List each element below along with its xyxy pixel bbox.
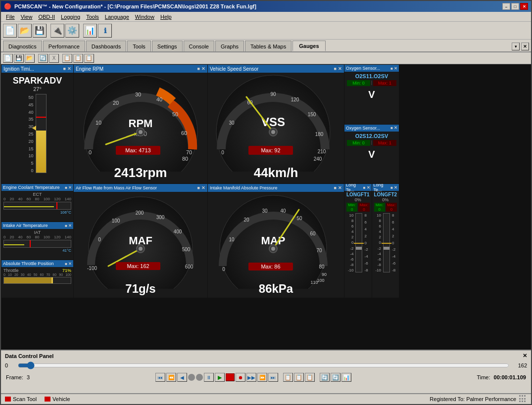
svg-text:400: 400 [174,229,182,234]
longft1-min-btn[interactable]: ■ [363,185,366,190]
btn-prev[interactable]: ◀ [177,373,187,382]
ect-max-marker [56,202,57,209]
tb2-btn4[interactable]: 🔄 [38,54,48,63]
graph-btn[interactable]: 📊 [83,24,97,38]
tb2-btn8[interactable]: 📋 [84,54,94,63]
maf-close-btn[interactable]: ✕ [201,185,205,190]
iat-min-btn[interactable]: ■ [65,224,67,228]
close-btn[interactable]: ✕ [520,3,528,10]
tab-console[interactable]: Console [184,41,214,51]
svg-text:180: 180 [315,132,324,137]
menu-window[interactable]: Window [132,13,157,21]
btn-pause[interactable]: ⏸ [204,373,214,382]
new-btn[interactable]: 📄 [3,24,17,38]
tab-dropdown-btn[interactable]: ▾ [512,43,520,50]
map-value: 86kPa [208,282,344,296]
btn-dot2[interactable] [196,374,203,381]
btn-next-frame[interactable]: ⏩ [257,373,267,382]
longft1-close-btn[interactable]: ✕ [367,185,370,190]
btn-clip2[interactable]: 📋 [294,373,304,382]
tab-diagnostics[interactable]: Diagnostics [3,41,42,51]
tab-settings[interactable]: Settings [152,41,183,51]
settings-btn[interactable]: ⚙️ [65,24,79,38]
menu-file[interactable]: File [3,13,18,21]
tab-dashboards[interactable]: Dashboards [86,41,126,51]
btn-skip-start[interactable]: ⏮ [155,373,165,382]
dcp-slider[interactable] [18,361,509,370]
btn-stop[interactable] [226,373,235,381]
longft2-min-btn[interactable]: ■ [390,185,393,190]
map-close-btn[interactable]: ✕ [338,185,342,190]
btn-clip3[interactable]: 📋 [305,373,315,382]
minimize-btn[interactable]: – [502,3,510,10]
tab-gauges[interactable]: Gauges [292,41,325,51]
oxy2-min-btn[interactable]: ■ [390,126,393,130]
info-btn[interactable]: ℹ [98,24,112,38]
btn-extra1[interactable]: 🔄 [320,373,330,382]
spark-max-marker [36,117,46,118]
longft2-close-btn[interactable]: ✕ [394,185,397,190]
dcp-close-x[interactable]: ✕ [523,353,527,359]
btn-dot1[interactable] [188,374,195,381]
tb2-btn6[interactable]: 📋 [62,54,72,63]
spark-min-btn[interactable]: ■ [63,66,66,71]
menu-tools[interactable]: Tools [83,13,102,21]
oxy2-close-btn[interactable]: ✕ [394,126,397,130]
menubar: File View OBD-II Logging Tools Language … [1,12,531,22]
btn-next[interactable]: ▶▶ [246,373,256,382]
map-gauge-svg: 0 10 20 30 40 50 60 70 80 90 100 110 MAP [208,192,339,289]
tab-performance[interactable]: Performance [43,41,85,51]
save-btn[interactable]: 💾 [33,24,47,38]
oxy1-close-btn[interactable]: ✕ [394,66,397,71]
menu-help[interactable]: Help [157,13,175,21]
tb2-btn5[interactable]: X [49,54,59,63]
vss-min-btn[interactable]: ■ [334,66,337,71]
tab-tables-maps[interactable]: Tables & Maps [245,41,291,51]
svg-text:200: 200 [136,210,144,216]
maximize-btn[interactable]: □ [511,3,519,10]
ect-track [3,202,71,210]
connect-btn[interactable]: 🔌 [50,24,64,38]
menu-language[interactable]: Language [102,13,132,21]
btn-skip-end[interactable]: ⏭ [268,373,278,382]
scan-tool-indicator: Scan Tool [5,396,37,402]
ect-panel: Engine Coolant Temperature ■ ✕ ECT 02040… [1,184,73,222]
longft2-scale-r: 86420-2-4-6-8 [392,213,395,272]
tab-graphs[interactable]: Graphs [215,41,244,51]
vss-close-btn[interactable]: ✕ [338,66,342,71]
map-min-btn[interactable]: ■ [334,185,337,190]
ect-close-btn[interactable]: ✕ [68,185,72,190]
svg-text:40: 40 [156,96,162,102]
dcp-transport: ⏮ ⏪ ◀ ⏸ ▶ ⏺ ▶▶ ⏩ ⏭ 📋 📋 📋 🔄 🔄 📊 [155,373,351,382]
menu-logging[interactable]: Logging [58,13,83,21]
btn-extra3[interactable]: 📊 [341,373,351,382]
rpm-close-btn[interactable]: ✕ [201,66,205,71]
oxy1-min-btn[interactable]: ■ [390,66,393,71]
tb2-btn7[interactable]: 📋 [73,54,83,63]
btn-play[interactable]: ▶ [215,373,225,382]
longft1-bar1 [355,213,362,272]
spark-close-btn[interactable]: ✕ [67,66,71,71]
tb2-open[interactable]: 📂 [25,54,35,63]
tab-tools[interactable]: Tools [127,41,151,51]
open-btn[interactable]: 📂 [18,24,32,38]
btn-extra2[interactable]: 🔄 [331,373,340,382]
btn-record[interactable]: ⏺ [236,373,245,382]
svg-text:20: 20 [243,217,249,223]
tb2-new[interactable]: 📄 [3,54,13,63]
iat-close-btn[interactable]: ✕ [68,224,72,228]
tab-close-btn[interactable]: ✕ [521,43,529,50]
btn-clip1[interactable]: 📋 [283,373,293,382]
btn-prev-frame[interactable]: ⏪ [166,373,176,382]
svg-point-14 [139,130,143,134]
oxy1-title: Oxygen Sensor... [346,66,390,71]
ect-min-btn[interactable]: ■ [65,185,67,190]
atp-min-btn[interactable]: ■ [65,262,67,266]
atp-close-btn[interactable]: ✕ [68,262,72,266]
rpm-min-btn[interactable]: ■ [197,66,200,71]
maf-min-btn[interactable]: ■ [197,185,200,190]
tb2-save[interactable]: 💾 [14,54,24,63]
maf-value: 71g/s [74,282,207,296]
menu-obdii[interactable]: OBD-II [35,13,58,21]
menu-view[interactable]: View [18,13,36,21]
